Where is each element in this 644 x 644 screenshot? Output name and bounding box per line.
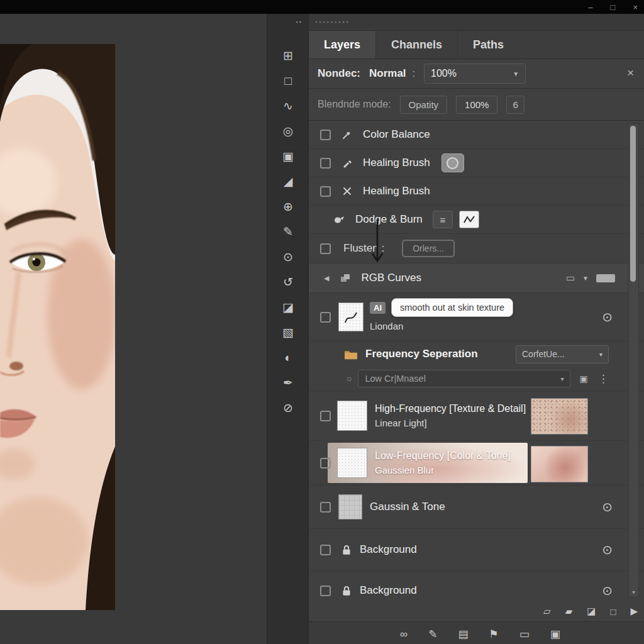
orders-button[interactable]: Orlers... — [402, 240, 455, 257]
layer-row-frequency-separation[interactable]: Frequency Seperation CorfetUe... ▾ — [309, 341, 644, 367]
layer-thumbnail[interactable] — [337, 401, 367, 431]
chevron-down-icon[interactable]: ▼ — [582, 275, 589, 282]
layer-row-gaussin-tone[interactable]: Gaussin & Tone ⊙ — [309, 486, 644, 529]
blend-mode-value[interactable]: Normal — [369, 67, 406, 80]
layer-row-background-2[interactable]: Background ⊙ — [309, 571, 644, 610]
gradient-tool-icon[interactable]: ▧ — [267, 319, 309, 345]
application-window: – □ × — [0, 0, 644, 644]
visibility-checkbox[interactable] — [320, 243, 331, 254]
layer-row-ai-smooth[interactable]: AI smooth out at skin texture Liondan ⊙ — [309, 293, 644, 341]
folder-small-icon[interactable]: ▭ — [566, 272, 575, 284]
visibility-target-icon[interactable]: ⊙ — [602, 311, 613, 323]
overflow-menu-icon[interactable]: ⋮ — [598, 372, 609, 386]
visibility-target-icon[interactable]: ⊙ — [602, 543, 613, 556]
tab-channels[interactable]: Channels — [375, 31, 457, 58]
minimize-button[interactable]: – — [588, 3, 592, 11]
dodge-tool-icon[interactable]: ◐ — [267, 345, 309, 370]
layer-text: High-Frequency [Texture & Detail] Linear… — [375, 403, 526, 428]
layer-name: Flusten : — [343, 242, 384, 255]
visibility-checkbox[interactable] — [320, 158, 331, 169]
crop-tool-icon[interactable]: ▣ — [267, 143, 309, 169]
visibility-checkbox[interactable] — [320, 502, 331, 513]
visibility-checkbox[interactable] — [320, 312, 331, 323]
visibility-target-icon[interactable]: ⊙ — [602, 584, 613, 597]
layer-thumbnail[interactable] — [337, 448, 367, 478]
panel-tabs: Layers Channels Paths — [309, 31, 644, 59]
group-icon — [337, 273, 353, 283]
layer-name: Healing Brush — [363, 157, 430, 169]
marquee-tool-icon[interactable]: □ — [267, 68, 309, 93]
move-tool-icon[interactable]: ⊞ — [267, 43, 309, 68]
maximize-button[interactable]: □ — [611, 3, 616, 11]
eyedropper-tool-icon[interactable]: ◢ — [267, 169, 309, 194]
history-brush-tool-icon[interactable]: ↺ — [267, 269, 309, 294]
flag-icon[interactable]: ⚑ — [489, 628, 498, 641]
opacity-field[interactable]: Opatity — [400, 96, 448, 114]
chevron-down-icon: ▾ — [560, 375, 564, 382]
scrollbar-down-icon[interactable]: ▾ — [629, 589, 638, 596]
texture-preview-thumbnail[interactable] — [531, 398, 588, 435]
layer-row-dodge-burn[interactable]: Dodge & Burn ≡ — [309, 206, 644, 234]
layer-row-healing-brush-1[interactable]: Healing Brush — [309, 149, 644, 177]
layer-row-high-frequency[interactable]: High-Frequency [Texture & Detail] Linear… — [309, 391, 644, 441]
preview-chip[interactable] — [596, 274, 615, 282]
visibility-checkbox[interactable] — [320, 130, 331, 140]
layer-thumbnail[interactable] — [338, 303, 364, 331]
visibility-checkbox[interactable] — [320, 458, 331, 469]
adjustment-settings-button[interactable]: ≡ — [433, 211, 453, 228]
folder-icon[interactable]: ▭ — [519, 628, 530, 641]
tab-layers[interactable]: Layers — [309, 31, 375, 58]
visibility-target-icon[interactable]: ⊙ — [602, 501, 613, 513]
layer-blend-mode: Gaussien Blur — [375, 465, 511, 475]
pencil-icon[interactable]: ✎ — [428, 628, 437, 641]
layer-row-healing-brush-2[interactable]: Healing Brush — [309, 177, 644, 206]
brush-preview-button[interactable] — [441, 153, 464, 172]
visibility-checkbox[interactable] — [320, 411, 331, 421]
panel-close-icon[interactable]: × — [627, 67, 634, 79]
panel-grip[interactable]: ▪▪▪▪▪▪▪▪▪ — [309, 14, 644, 31]
lock-icon — [341, 544, 352, 556]
opacity-percent-field[interactable]: 100% — [456, 96, 497, 114]
blur-preview-thumbnail[interactable] — [531, 446, 588, 482]
curve-preview-button[interactable] — [459, 211, 479, 228]
layer-row-flusten[interactable]: Flusten : Orlers... — [309, 234, 644, 264]
close-button[interactable]: × — [633, 3, 638, 11]
visibility-checkbox[interactable] — [320, 586, 331, 596]
layer-row-low-frequency[interactable]: Low-Frequency [Color & Tone] Gaussien Bl… — [309, 441, 644, 486]
lasso-tool-icon[interactable]: ∿ — [267, 93, 309, 118]
layer-row-low-channel[interactable]: ○ Low Cr|Mnasel ▾ ▣ ⋮ — [309, 367, 644, 391]
layer-thumbnail[interactable] — [338, 494, 362, 519]
mask-toggle-icon[interactable]: ▣ — [579, 374, 587, 384]
pen-tool-icon[interactable]: ✒ — [267, 370, 309, 395]
zoom-tool-icon[interactable]: ⊘ — [267, 395, 309, 420]
channel-select-value: Low Cr|Mnasel — [365, 374, 425, 384]
eraser-tool-icon[interactable]: ◪ — [267, 294, 309, 319]
link-icon[interactable]: ∞ — [400, 628, 408, 641]
layer-name: RGB Curves — [361, 272, 421, 284]
scrollbar[interactable]: ▾ — [628, 123, 639, 597]
blend-colon: : — [413, 68, 415, 79]
visibility-checkbox[interactable] — [320, 186, 331, 197]
portrait-illustration — [0, 44, 115, 610]
duplicate-icon[interactable]: ▣ — [550, 628, 560, 641]
opacity-row: Blendnde mode: Opatity 100% 6 — [309, 89, 644, 121]
brush-tool-icon[interactable]: ✎ — [267, 219, 309, 244]
note-icon[interactable]: ▤ — [458, 628, 468, 641]
magic-wand-tool-icon[interactable]: ◎ — [267, 118, 309, 143]
clone-stamp-tool-icon[interactable]: ⊙ — [267, 244, 309, 269]
visibility-checkbox[interactable] — [320, 545, 331, 555]
group-name: Frequency Seperation — [365, 348, 478, 360]
layer-row-rgb-curves[interactable]: ◀ RGB Curves ▭ ▼ — [309, 264, 644, 293]
opacity-dropdown[interactable]: 100% ▼ — [424, 64, 526, 84]
group-blend-dropdown[interactable]: CorfetUe... ▾ — [516, 345, 609, 364]
canvas-area[interactable] — [0, 14, 267, 644]
layer-row-color-balance[interactable]: Color Balance — [309, 121, 644, 149]
eyedropper-icon — [339, 130, 355, 140]
healing-brush-tool-icon[interactable]: ⊕ — [267, 194, 309, 219]
tab-paths[interactable]: Paths — [457, 31, 519, 58]
channel-select-field[interactable]: Low Cr|Mnasel ▾ — [358, 370, 570, 387]
scrollbar-thumb[interactable] — [630, 126, 636, 282]
opacity-extra-field[interactable]: 6 — [506, 96, 524, 114]
layer-row-background-1[interactable]: Background ⊙ — [309, 529, 644, 571]
collapse-chevron-icon[interactable]: ◀ — [324, 274, 329, 282]
